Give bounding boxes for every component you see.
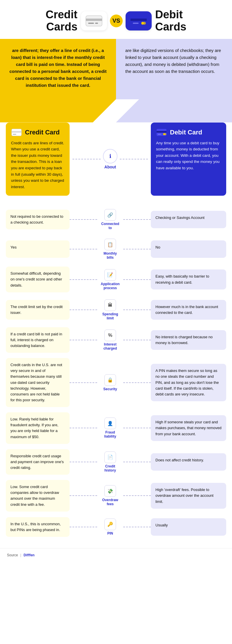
svg-rect-5 (130, 19, 147, 21)
svg-rect-1 (86, 19, 102, 21)
dashed-right-2 (123, 279, 151, 280)
comparison-row: Responsible credit card usage and paymen… (6, 449, 226, 475)
dashed-left-7 (70, 462, 97, 462)
comp-left-9: In the U.S., this is uncommon, but PINs … (6, 517, 70, 537)
dashed-left-5 (70, 382, 97, 383)
dashed-left-3 (70, 310, 97, 310)
svg-rect-11 (13, 134, 16, 135)
dashed-right-4 (123, 340, 151, 340)
comp-right-2: Easy, with basically no barrier to recei… (151, 269, 226, 289)
intro-section: are different; they offer a line of cred… (0, 39, 232, 99)
about-icon: ℹ (103, 149, 117, 163)
dashed-right-7 (123, 462, 151, 462)
dashed-left-8 (70, 495, 97, 496)
dashed-left-0 (70, 219, 97, 220)
about-credit-text: Credit cards are lines of credit. When y… (11, 140, 64, 190)
comp-label-2: Application process (101, 282, 119, 290)
comp-label-9: PIN (107, 531, 113, 535)
comp-right-9: Usually (151, 518, 226, 536)
diagonal-right (116, 99, 232, 123)
comp-center-4: % Interest charged (97, 328, 123, 352)
credit-title: Credit Cards (46, 9, 77, 33)
comparison-section: Not required to be connected to a checki… (0, 204, 232, 548)
comp-right-7: Does not affect credit history. (151, 453, 226, 471)
comp-right-6: High If someone steals your card and mak… (151, 415, 226, 441)
comp-right-3: However much is in the bank account conn… (151, 300, 226, 320)
comp-label-0: Connected to (101, 222, 119, 230)
comp-label-7: Credit history (104, 464, 116, 472)
comp-center-5: 🔒 Security (97, 373, 123, 393)
comp-center-0: 🔗 Connected to (97, 207, 123, 232)
dashed-left-4 (70, 340, 97, 340)
comp-left-3: The credit limit set by the credit issue… (6, 300, 70, 320)
comp-center-8: 💸 Overdraw fees (97, 483, 123, 508)
comparison-row: Somewhat difficult, depending on one's c… (6, 267, 226, 292)
about-debit-card: Debit Card Any time you use a debit card… (151, 123, 226, 196)
dashed-right-1 (123, 249, 151, 249)
comp-label-3: Spending limit (102, 312, 118, 320)
about-debit-text: Any time you use a debit card to buy som… (156, 140, 221, 171)
header: Credit Cards VS Debit Cards (0, 0, 232, 39)
comp-icon-0: 🔗 (104, 209, 116, 221)
intro-left: are different; they offer a line of cred… (0, 39, 116, 99)
dashed-right-3 (123, 310, 151, 310)
comparison-row: Low. Rarely held liable for fraudulent a… (6, 412, 226, 444)
comp-label-8: Overdraw fees (102, 498, 118, 506)
comp-center-6: 👤 Fraud liability (97, 416, 123, 440)
comparison-row: In the U.S., this is uncommon, but PINs … (6, 517, 226, 537)
comp-label-6: Fraud liability (104, 430, 116, 438)
intro-right: are like digitized versions of checkbook… (116, 39, 232, 99)
svg-rect-10 (12, 131, 21, 133)
comp-left-7: Responsible credit card usage and paymen… (6, 449, 70, 475)
svg-rect-6 (133, 23, 139, 24)
comp-icon-9: 🔑 (104, 519, 116, 530)
dashed-right-6 (123, 428, 151, 428)
comp-right-5: A PIN makes them secure so long as no on… (151, 364, 226, 401)
comp-right-1: No (151, 240, 226, 258)
comp-left-8: Low. Some credit card companies allow to… (6, 480, 70, 512)
dashed-right (120, 159, 148, 159)
comparison-row: Low. Some credit card companies allow to… (6, 480, 226, 512)
comp-center-2: 📝 Application process (97, 267, 123, 292)
comp-icon-1: 📋 (104, 239, 116, 250)
about-credit-title: Credit Card (11, 128, 64, 136)
comp-left-0: Not required to be connected to a checki… (6, 210, 70, 229)
comp-label-5: Security (103, 387, 117, 391)
comp-icon-7: 📄 (104, 451, 116, 463)
svg-rect-3 (95, 23, 98, 24)
footer-divider: | (20, 553, 21, 557)
svg-point-16 (164, 133, 166, 135)
dashed-right-0 (123, 219, 151, 220)
dashed-left-1 (70, 249, 97, 249)
comparison-row: Yes 📋 Monthly bills No (6, 237, 226, 261)
comp-right-0: Checking or Savings Account (151, 211, 226, 228)
dashed-left-2 (70, 279, 97, 280)
vs-badge: VS (110, 15, 123, 27)
comp-label-1: Monthly bills (104, 251, 117, 260)
dashed-left-9 (70, 527, 97, 527)
footer-link[interactable]: Difffen (23, 553, 35, 557)
about-credit-card: Credit Card Credit cards are lines of cr… (6, 123, 70, 196)
comp-icon-2: 📝 (104, 269, 116, 281)
debit-card-small-icon (156, 128, 167, 136)
svg-point-8 (143, 22, 146, 25)
svg-rect-13 (157, 131, 166, 133)
footer-source: Source (7, 553, 18, 557)
diagonal-separator (0, 99, 232, 123)
comp-left-6: Low. Rarely held liable for fraudulent a… (6, 412, 70, 444)
comp-left-2: Somewhat difficult, depending on one's c… (6, 267, 70, 292)
footer: Source | Difffen (0, 548, 232, 562)
comp-left-1: Yes (6, 240, 70, 258)
comparison-row: Credit cards in the U.S. are not very se… (6, 358, 226, 407)
about-section: Credit Card Credit cards are lines of cr… (0, 123, 232, 205)
about-debit-title: Debit Card (156, 128, 221, 136)
comp-label-4: Interest charged (104, 342, 117, 350)
svg-rect-14 (158, 134, 161, 135)
comp-center-1: 📋 Monthly bills (97, 237, 123, 261)
header-left: Credit Cards (46, 9, 107, 33)
credit-card-small-icon (11, 128, 22, 136)
comp-center-3: 🏛 Spending limit (97, 298, 123, 322)
dashed-left (72, 159, 101, 159)
about-center: ℹ About (70, 123, 151, 196)
comp-center-9: 🔑 PIN (97, 517, 123, 537)
